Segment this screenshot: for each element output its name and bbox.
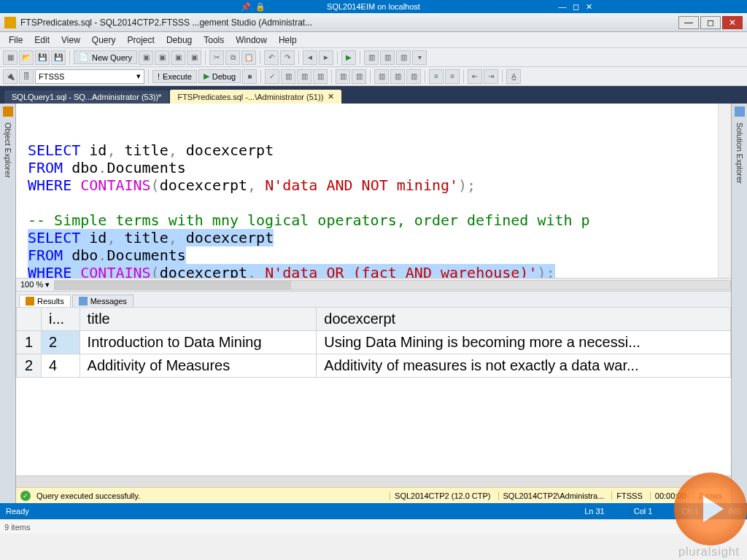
run-button[interactable]: ▶	[341, 50, 356, 65]
status-server: SQL2014CTP2 (12.0 CTP)	[390, 491, 495, 500]
menu-view[interactable]: View	[55, 34, 86, 47]
results-pane: i...titledocexcerpt12Introduction to Dat…	[16, 307, 731, 475]
change-connection-button[interactable]: 🔌	[3, 69, 18, 84]
menu-bar: FileEditViewQueryProjectDebugToolsWindow…	[0, 32, 747, 48]
tb-btn-4[interactable]: ▣	[187, 50, 201, 65]
menu-debug[interactable]: Debug	[160, 34, 198, 47]
tab-label: FTSPredicates.sql -...\Administrator (51…	[177, 93, 323, 101]
indent-button[interactable]: ⇥	[484, 69, 498, 84]
uncomment-button[interactable]: ≡	[445, 69, 460, 84]
status-message: Query executed successfully.	[36, 491, 140, 500]
title-bar: FTSPredicates.sql - SQL2014CTP2.FTSSS ..…	[0, 13, 747, 32]
app-status-bar: Ready Ln 31 Col 1 Ch 1 INS	[0, 503, 747, 519]
tb-btn-7[interactable]: ▥	[396, 50, 411, 65]
standard-toolbar: ▦ 📂 💾 💾 📄 New Query ▣ ▣ ▣ ▣ ✂ ⧉ 📋 ↶ ↷ ◄ …	[0, 48, 747, 67]
database-combo[interactable]: FTSSS▾	[35, 69, 144, 84]
nav-back-button[interactable]: ◄	[303, 50, 317, 65]
document-tab-bar: SQLQuery1.sql - SQ...Administrator (53))…	[0, 86, 747, 104]
column-header[interactable]: docexcerpt	[317, 308, 731, 331]
messages-icon	[79, 297, 88, 306]
table-row[interactable]: 12Introduction to Data MiningUsing Data …	[17, 331, 731, 354]
cut-button[interactable]: ✂	[209, 50, 224, 65]
parse-button[interactable]: ✓	[265, 69, 279, 84]
connection-label: SQL2014EIM on localhost	[327, 2, 420, 11]
results-grid-button[interactable]: ▥	[390, 69, 405, 84]
play-overlay[interactable]	[674, 472, 747, 545]
tab-label: SQLQuery1.sql - SQ...Administrator (53))…	[12, 93, 161, 101]
specify-values-button[interactable]: A̲	[506, 69, 521, 84]
outdent-button[interactable]: ⇤	[468, 69, 482, 84]
close-button[interactable]: ✕	[722, 16, 743, 29]
rdp-restore-button[interactable]: ◻	[570, 2, 581, 12]
column-header[interactable]: i...	[42, 308, 80, 331]
editor-hscrollbar[interactable]	[54, 280, 731, 290]
window-title: FTSPredicates.sql - SQL2014CTP2.FTSSS ..…	[20, 18, 677, 28]
tab-messages[interactable]: Messages	[72, 295, 133, 307]
item-count: 9 items	[4, 523, 30, 532]
results-grid[interactable]: i...titledocexcerpt12Introduction to Dat…	[16, 307, 731, 378]
menu-edit[interactable]: Edit	[28, 34, 55, 47]
status-ln: Ln 31	[584, 507, 605, 516]
pin-icon[interactable]: 📌	[241, 2, 251, 12]
tb-btn-1[interactable]: ▣	[139, 50, 153, 65]
estimated-plan-button[interactable]: ▥	[281, 69, 295, 84]
tab-results[interactable]: Results	[19, 295, 71, 307]
document-tab[interactable]: FTSPredicates.sql -...\Administrator (51…	[170, 90, 341, 104]
column-header[interactable]: title	[80, 308, 317, 331]
query-options-button[interactable]: ▥	[297, 69, 311, 84]
menu-tools[interactable]: Tools	[198, 34, 230, 47]
lock-icon: 🔒	[255, 2, 266, 12]
object-explorer-tab[interactable]: Object Explorer	[0, 104, 16, 503]
new-project-button[interactable]: ▦	[3, 50, 18, 65]
zoom-combo[interactable]: 100 % ▾	[16, 280, 54, 289]
sql-editor[interactable]: SELECT id, title, docexcerptFROM dbo.Doc…	[16, 104, 731, 278]
comment-button[interactable]: ≡	[429, 69, 444, 84]
copy-button[interactable]: ⧉	[225, 50, 240, 65]
table-row[interactable]: 24Additivity of MeasuresAdditivity of me…	[17, 354, 731, 378]
tb-btn-8[interactable]: ▾	[412, 50, 427, 65]
paste-button[interactable]: 📋	[241, 50, 256, 65]
results-text-button[interactable]: ▥	[374, 69, 389, 84]
document-tab[interactable]: SQLQuery1.sql - SQ...Administrator (53))…	[4, 90, 169, 104]
brand-watermark: pluralsight	[678, 545, 740, 559]
tb-btn-6[interactable]: ▥	[380, 50, 395, 65]
menu-window[interactable]: Window	[230, 34, 273, 47]
status-col: Col 1	[634, 507, 653, 516]
execute-button[interactable]: ! Execute	[152, 70, 197, 83]
solution-explorer-tab[interactable]: Solution Explorer	[731, 104, 747, 503]
tb-btn-2[interactable]: ▣	[155, 50, 169, 65]
maximize-button[interactable]: ◻	[700, 16, 721, 29]
object-explorer-icon	[3, 106, 13, 117]
menu-file[interactable]: File	[3, 34, 28, 47]
close-icon[interactable]: ✕	[328, 92, 334, 101]
nav-fwd-button[interactable]: ►	[319, 50, 333, 65]
new-query-button[interactable]: 📄 New Query	[74, 50, 137, 64]
sql-toolbar: 🔌 🗄 FTSSS▾ ! Execute ▶ Debug ■ ✓ ▥ ▥ ▥ ▥…	[0, 67, 747, 86]
results-hscrollbar[interactable]	[16, 475, 731, 487]
minimize-button[interactable]: —	[678, 16, 699, 29]
available-db-icon[interactable]: 🗄	[19, 69, 34, 84]
rdp-close-button[interactable]: ✕	[584, 2, 594, 12]
status-ready: Ready	[6, 507, 29, 516]
tb-btn-5[interactable]: ▥	[364, 50, 379, 65]
menu-project[interactable]: Project	[122, 34, 160, 47]
client-stats-button[interactable]: ▥	[352, 69, 366, 84]
tb-btn-3[interactable]: ▣	[171, 50, 185, 65]
open-button[interactable]: 📂	[19, 50, 34, 65]
menu-help[interactable]: Help	[273, 34, 303, 47]
intellisense-button[interactable]: ▥	[313, 69, 328, 84]
editor-vscrollbar[interactable]	[718, 104, 731, 278]
app-icon	[4, 17, 16, 28]
results-file-button[interactable]: ▥	[406, 69, 421, 84]
actual-plan-button[interactable]: ▥	[336, 69, 350, 84]
undo-button[interactable]: ↶	[264, 50, 279, 65]
debug-button[interactable]: ▶ Debug	[198, 69, 241, 83]
save-button[interactable]: 💾	[35, 50, 50, 65]
menu-query[interactable]: Query	[86, 34, 122, 47]
redo-button[interactable]: ↷	[280, 50, 295, 65]
cancel-query-button[interactable]: ■	[242, 69, 257, 84]
rdp-minimize-button[interactable]: —	[557, 2, 568, 12]
rdp-connection-bar: 📌 🔒 SQL2014EIM on localhost — ◻ ✕	[0, 0, 747, 13]
save-all-button[interactable]: 💾	[51, 50, 66, 65]
solution-explorer-icon	[735, 106, 745, 117]
